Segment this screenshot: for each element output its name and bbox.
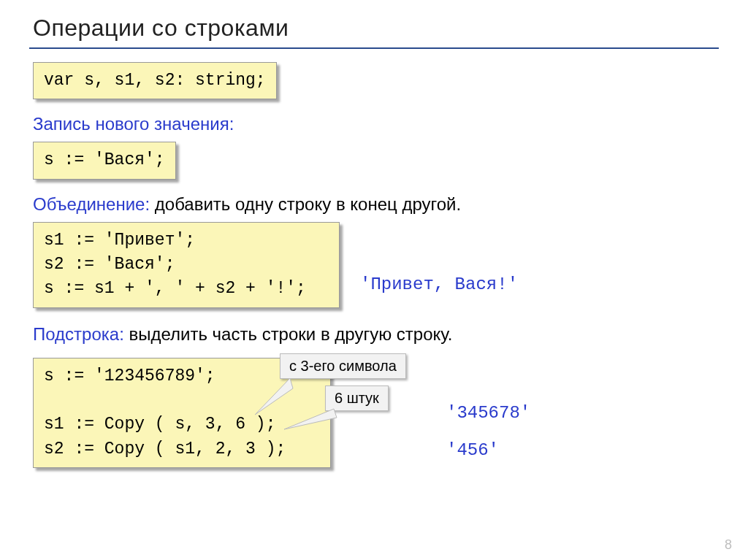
section-label-assign: Запись нового значения: — [33, 114, 715, 134]
page-title: Операции со строками — [33, 15, 715, 42]
section-label-concat: Объединение: добавить одну строку в коне… — [33, 194, 715, 215]
code-block-assign: s := 'Вася'; — [33, 142, 176, 179]
label-prefix: Объединение: — [33, 194, 150, 214]
label-rest: выделить часть строки в другую строку. — [124, 324, 453, 344]
label-prefix: Подстрока: — [33, 324, 124, 344]
label-rest: добавить одну строку в конец другой. — [150, 194, 461, 214]
page-number: 8 — [725, 537, 732, 553]
result-copy-2: '456' — [446, 440, 530, 460]
callout-tail-icon — [281, 407, 340, 437]
section-label-substring: Подстрока: выделить часть строки в другу… — [33, 324, 715, 345]
code-block-concat: s1 := 'Привет'; s2 := 'Вася'; s := s1 + … — [33, 222, 340, 308]
svg-marker-1 — [284, 409, 337, 429]
result-copy-1: '345678' — [446, 403, 530, 423]
label-text: Запись нового значения: — [33, 114, 234, 134]
divider — [29, 47, 719, 49]
callout-from-char: с 3-его символа — [280, 353, 406, 379]
code-block-declaration: var s, s1, s2: string; — [33, 62, 277, 99]
result-concat: 'Привет, Вася!' — [360, 275, 518, 294]
